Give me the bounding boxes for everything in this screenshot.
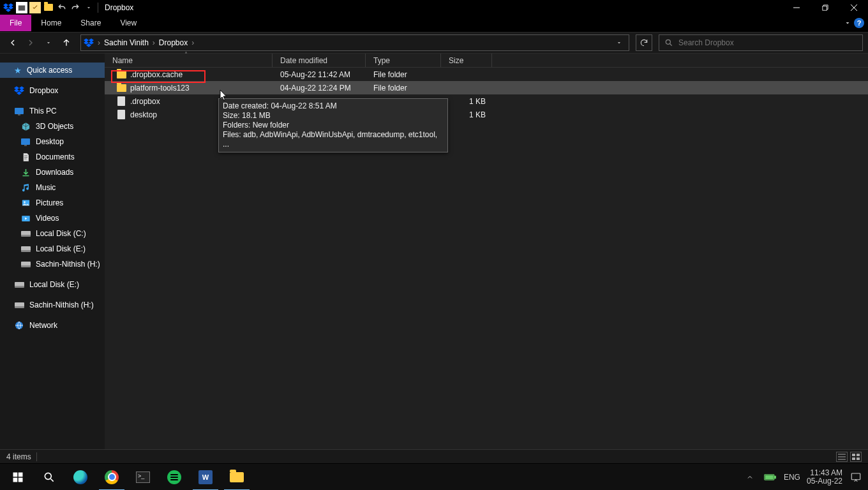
tray-time: 11:43 AM — [807, 469, 842, 477]
navigation-bar: › Sachin Vinith › Dropbox › — [0, 32, 868, 54]
cell-size: 1 KB — [441, 108, 492, 121]
taskbar-app-terminal[interactable]: >_ — [128, 464, 158, 491]
redo-icon[interactable] — [70, 2, 81, 13]
sidebar-item-pictures[interactable]: Pictures — [0, 195, 105, 211]
chevron-right-icon[interactable]: › — [153, 38, 155, 47]
details-view-button[interactable] — [836, 452, 848, 462]
address-bar[interactable]: › Sachin Vinith › Dropbox › — [80, 34, 629, 51]
sidebar-item-documents[interactable]: Documents — [0, 149, 105, 165]
ribbon-tabs: File Home Share View ? — [0, 15, 868, 32]
search-icon — [664, 38, 673, 47]
window-title: Dropbox — [105, 3, 133, 12]
breadcrumb-folder[interactable]: Dropbox — [159, 38, 188, 47]
sidebar-item-local-e[interactable]: Local Disk (E:) — [0, 241, 105, 256]
taskbar-app-spotify[interactable] — [159, 464, 190, 491]
quick-access-toolbar — [3, 2, 100, 13]
sidebar-item-local-e-2[interactable]: Local Disk (E:) — [0, 277, 105, 292]
sidebar-item-dropbox[interactable]: Dropbox — [0, 83, 105, 98]
cell-size — [441, 68, 492, 81]
separator — [36, 452, 37, 461]
sidebar-item-nithish-h-2[interactable]: Sachin-Nithish (H:) — [0, 297, 105, 313]
tray-overflow-icon[interactable] — [743, 470, 757, 484]
pictures-icon — [20, 198, 31, 208]
column-header-name[interactable]: Name ˄ — [105, 54, 273, 67]
column-header-label: Name — [112, 56, 133, 65]
cell-size: 1 KB — [441, 94, 492, 108]
system-tray: ENG 11:43 AM 05-Aug-22 — [743, 469, 865, 486]
tab-share[interactable]: Share — [71, 15, 110, 31]
sidebar-item-network[interactable]: Network — [0, 318, 105, 333]
svg-rect-18 — [851, 473, 860, 480]
refresh-button[interactable] — [636, 34, 652, 51]
sidebar-item-downloads[interactable]: Downloads — [0, 165, 105, 180]
svg-rect-10 — [13, 472, 18, 477]
tab-file[interactable]: File — [0, 15, 31, 31]
sidebar-item-local-c[interactable]: Local Disk (C:) — [0, 226, 105, 241]
documents-icon — [20, 152, 31, 162]
cube-icon — [20, 121, 31, 131]
svg-point-14 — [45, 473, 51, 479]
breadcrumb-root[interactable]: Sachin Vinith — [104, 38, 149, 47]
qat-dropdown-icon[interactable] — [83, 2, 94, 13]
up-button[interactable] — [59, 35, 74, 50]
taskbar: >_ W ENG 11:43 AM 05-Aug-22 — [0, 463, 868, 490]
address-dropdown-icon[interactable] — [612, 36, 626, 50]
column-header-date[interactable]: Date modified — [273, 54, 366, 67]
tray-clock[interactable]: 11:43 AM 05-Aug-22 — [807, 469, 842, 486]
thumbnails-view-button[interactable] — [850, 452, 862, 462]
cell-name: .dropbox.cache — [105, 68, 273, 81]
drive-icon — [20, 259, 31, 269]
column-headers: Name ˄ Date modified Type Size — [105, 54, 868, 68]
sidebar-item-label: Desktop — [36, 137, 64, 146]
sidebar-item-3d-objects[interactable]: 3D Objects — [0, 119, 105, 134]
column-header-size[interactable]: Size — [441, 54, 492, 67]
sidebar-item-label: Music — [36, 183, 56, 192]
table-row[interactable]: .dropbox.cache05-Aug-22 11:42 AMFile fol… — [105, 68, 868, 81]
search-input[interactable] — [678, 38, 857, 47]
forward-button[interactable] — [23, 35, 38, 50]
chevron-right-icon[interactable]: › — [191, 38, 194, 47]
table-row[interactable]: platform-tools12304-Aug-22 12:24 PMFile … — [105, 81, 868, 94]
taskbar-app-explorer[interactable] — [221, 464, 252, 491]
sidebar-item-this-pc[interactable]: This PC — [0, 103, 105, 119]
svg-rect-12 — [13, 477, 18, 482]
sidebar-item-label: Quick access — [27, 66, 72, 75]
chevron-right-icon[interactable]: › — [98, 38, 100, 47]
battery-icon[interactable] — [763, 470, 777, 484]
sidebar-item-videos[interactable]: Videos — [0, 211, 105, 226]
back-button[interactable] — [5, 35, 20, 50]
help-icon[interactable]: ? — [854, 18, 864, 28]
ribbon-expand-icon[interactable] — [844, 19, 851, 27]
tab-view[interactable]: View — [110, 15, 146, 31]
tab-home[interactable]: Home — [31, 15, 71, 31]
music-icon — [20, 182, 31, 193]
sidebar-item-quick-access[interactable]: ★ Quick access — [0, 63, 105, 78]
drive-icon — [14, 279, 24, 290]
notifications-icon[interactable] — [849, 470, 863, 484]
cell-name: platform-tools123 — [105, 81, 273, 94]
search-box[interactable] — [659, 34, 863, 51]
maximize-button[interactable] — [811, 0, 839, 15]
cell-size — [441, 81, 492, 94]
tooltip-line: Size: 18.1 MB — [223, 111, 444, 121]
pin-folder-icon[interactable] — [16, 2, 27, 13]
column-header-type[interactable]: Type — [366, 54, 441, 67]
close-button[interactable] — [839, 0, 868, 15]
recent-locations-button[interactable] — [41, 35, 56, 50]
separator — [98, 3, 98, 13]
search-button[interactable] — [34, 464, 64, 491]
sidebar-item-music[interactable]: Music — [0, 180, 105, 195]
taskbar-app-edge[interactable] — [65, 464, 96, 491]
taskbar-app-word[interactable]: W — [190, 464, 221, 491]
sidebar-item-nithish-h[interactable]: Sachin-Nithish (H:) — [0, 256, 105, 272]
new-folder-icon[interactable] — [43, 2, 54, 13]
tray-language[interactable]: ENG — [784, 473, 800, 482]
dropbox-icon — [84, 38, 94, 48]
sidebar-item-desktop[interactable]: Desktop — [0, 134, 105, 149]
taskbar-app-chrome[interactable] — [96, 464, 127, 491]
minimize-button[interactable] — [782, 0, 811, 15]
properties-icon[interactable] — [29, 2, 41, 13]
start-button[interactable] — [3, 464, 33, 491]
undo-icon[interactable] — [56, 2, 68, 13]
drive-icon — [20, 228, 31, 239]
